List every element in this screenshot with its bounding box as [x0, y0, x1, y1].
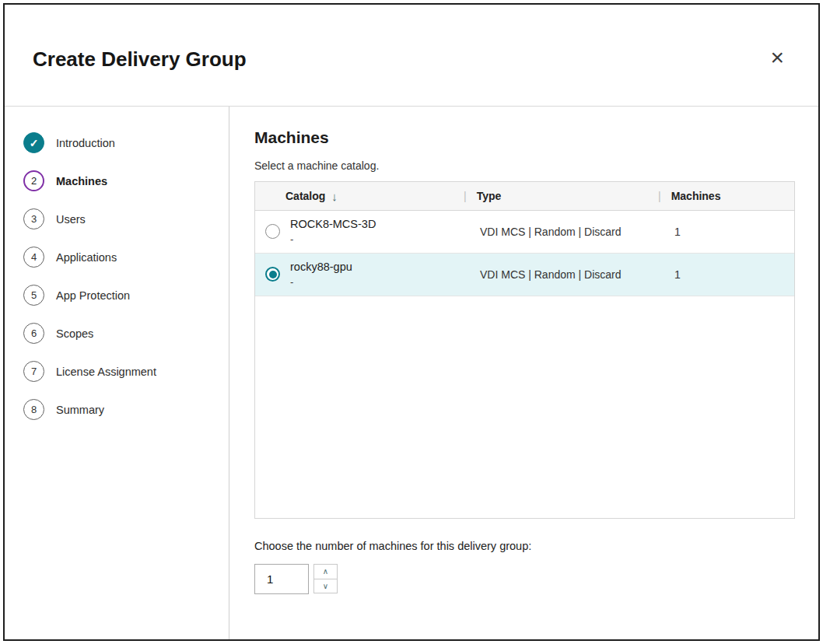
machines-cell: 1: [658, 226, 794, 238]
machine-count-input[interactable]: [254, 564, 309, 594]
dialog-header: Create Delivery Group ×: [5, 5, 818, 107]
create-delivery-group-dialog: Create Delivery Group × ✓ Introduction 2…: [3, 3, 820, 641]
type-cell: VDI MCS | Random | Discard: [464, 226, 658, 238]
table-header-row: Catalog ↓ | Type | Machines: [255, 182, 794, 211]
step-completed-circle: ✓: [23, 132, 44, 153]
machines-panel: Machines Select a machine catalog. Catal…: [229, 107, 818, 639]
table-row[interactable]: ROCK8-MCS-3D - VDI MCS | Random | Discar…: [255, 211, 794, 254]
step-number-circle: 6: [23, 323, 44, 344]
catalog-name-block: ROCK8-MCS-3D -: [290, 217, 376, 246]
column-separator: |: [658, 190, 661, 202]
step-summary[interactable]: 8 Summary: [5, 390, 229, 429]
machine-count-controls: ∧ ∨: [254, 564, 795, 594]
column-separator: |: [464, 190, 467, 202]
step-applications[interactable]: 4 Applications: [5, 238, 229, 276]
step-label: License Assignment: [56, 366, 156, 378]
close-button[interactable]: ×: [764, 43, 790, 72]
step-number-circle: 2: [23, 170, 44, 191]
wizard-steps-sidebar: ✓ Introduction 2 Machines 3 Users 4 Appl…: [5, 107, 229, 639]
step-label: Scopes: [56, 327, 93, 340]
machines-header-label: Machines: [671, 190, 721, 202]
step-number-circle: 7: [23, 361, 44, 382]
step-label: Introduction: [56, 137, 115, 149]
step-users[interactable]: 3 Users: [5, 200, 229, 238]
catalog-name: rocky88-gpu: [290, 260, 352, 275]
step-number: 7: [31, 366, 37, 377]
chevron-up-icon: ∧: [323, 567, 328, 576]
dialog-title: Create Delivery Group: [33, 40, 247, 72]
catalog-header-label: Catalog: [285, 190, 325, 202]
check-icon: ✓: [30, 137, 39, 149]
catalog-cell: ROCK8-MCS-3D -: [255, 217, 464, 246]
catalog-name: ROCK8-MCS-3D: [290, 217, 376, 233]
machine-count-label: Choose the number of machines for this d…: [254, 540, 795, 552]
catalog-detail: -: [290, 233, 376, 247]
step-number-circle: 4: [23, 247, 44, 268]
machines-column-header[interactable]: | Machines: [658, 182, 794, 210]
type-header-label: Type: [477, 190, 502, 202]
catalog-detail: -: [290, 275, 352, 289]
type-column-header[interactable]: | Type: [464, 182, 658, 210]
catalog-name-block: rocky88-gpu -: [290, 260, 352, 289]
dialog-body: ✓ Introduction 2 Machines 3 Users 4 Appl…: [5, 107, 818, 639]
machines-cell: 1: [658, 268, 794, 281]
step-app-protection[interactable]: 5 App Protection: [5, 276, 229, 314]
step-scopes[interactable]: 6 Scopes: [5, 314, 229, 352]
spinner-up-button[interactable]: ∧: [313, 564, 338, 579]
step-label: Summary: [56, 404, 104, 416]
step-license-assignment[interactable]: 7 License Assignment: [5, 352, 229, 390]
step-number-circle: 3: [23, 208, 44, 229]
chevron-down-icon: ∨: [323, 582, 328, 590]
step-machines[interactable]: 2 Machines: [5, 162, 229, 200]
step-number: 5: [31, 289, 37, 301]
machine-catalog-table: Catalog ↓ | Type | Machines: [254, 181, 795, 519]
spinner: ∧ ∨: [313, 564, 338, 594]
table-row[interactable]: rocky88-gpu - VDI MCS | Random | Discard…: [255, 254, 794, 296]
type-cell: VDI MCS | Random | Discard: [464, 268, 658, 281]
catalog-cell: rocky88-gpu -: [255, 260, 464, 289]
step-label: Machines: [56, 175, 107, 187]
sort-descending-icon: ↓: [331, 190, 338, 203]
step-number-circle: 5: [23, 285, 44, 306]
machine-count-section: Choose the number of machines for this d…: [254, 540, 795, 594]
step-number-circle: 8: [23, 399, 44, 420]
step-number: 2: [31, 175, 37, 187]
step-number: 3: [31, 213, 37, 225]
radio-selected[interactable]: [265, 267, 280, 282]
radio-unselected[interactable]: [265, 224, 280, 239]
spinner-down-button[interactable]: ∨: [313, 579, 338, 594]
step-introduction[interactable]: ✓ Introduction: [5, 124, 229, 162]
instruction-text: Select a machine catalog.: [254, 159, 795, 172]
close-icon: ×: [770, 44, 784, 70]
step-label: Applications: [56, 251, 117, 264]
step-number: 8: [31, 404, 37, 415]
step-number: 6: [31, 327, 37, 339]
page-title: Machines: [254, 128, 795, 147]
step-label: App Protection: [56, 289, 130, 302]
step-number: 4: [31, 251, 37, 263]
step-label: Users: [56, 213, 86, 226]
catalog-column-header[interactable]: Catalog ↓: [255, 182, 464, 210]
